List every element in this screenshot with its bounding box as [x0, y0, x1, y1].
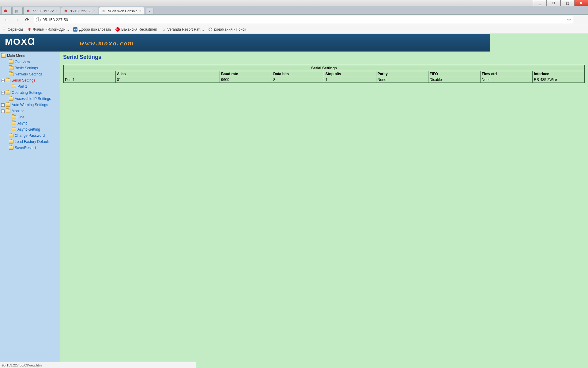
site-info-icon[interactable]: i	[36, 17, 41, 22]
folder-icon	[1, 54, 6, 58]
sidebar-item-auto-warning[interactable]: + Auto Warning Settings	[1, 102, 59, 108]
tree-collapse-icon[interactable]: −	[1, 109, 5, 113]
tab-close-icon[interactable]: ×	[55, 9, 58, 13]
sidebar-item-async[interactable]: Async	[1, 120, 59, 126]
folder-icon	[9, 140, 13, 144]
bookmark-item[interactable]: вкДобро пожаловать	[73, 27, 111, 32]
tree-label: Line	[17, 115, 24, 119]
table-row[interactable]: Port 1 01 9600 8 1 None Disable None RS-…	[63, 77, 585, 83]
folder-icon	[6, 91, 10, 94]
table-cell-baud: 9600	[220, 77, 272, 83]
sidebar-item-operating-settings[interactable]: + Operating Settings	[1, 90, 59, 96]
tab-title: 77.108.19.172	[32, 9, 54, 13]
sidebar-item-port-1[interactable]: Port 1	[1, 83, 59, 90]
browser-menu-button[interactable]: ⋮	[576, 17, 586, 23]
reload-button[interactable]: ⟳	[23, 16, 31, 24]
window-restore-button[interactable]	[547, 0, 560, 6]
favicon-icon	[26, 9, 30, 13]
tree-label: Port 1	[17, 84, 27, 89]
serial-settings-table: Serial Settings Alias Baud rate Data bit…	[63, 65, 585, 83]
url-text: 95.153.227.50	[43, 17, 565, 22]
tab-close-icon[interactable]: ×	[139, 9, 141, 13]
tree-label: Change Password	[15, 133, 45, 138]
table-header: FIFO	[428, 71, 480, 77]
sidebar-item-save-restart[interactable]: Save/Restart	[1, 145, 59, 151]
forward-button[interactable]: →	[13, 16, 20, 24]
new-tab-button[interactable]	[146, 8, 153, 14]
bookmark-star-icon[interactable]: ☆	[567, 17, 571, 23]
bookmark-item[interactable]: Сервисы	[2, 27, 23, 32]
sidebar-item-network-settings[interactable]: Network Settings	[1, 71, 59, 77]
sidebar-item-load-factory-default[interactable]: Load Factory Default	[1, 139, 59, 145]
browser-tab[interactable]	[12, 7, 23, 14]
sidebar-item-basic-settings[interactable]: Basic Settings	[1, 65, 59, 71]
folder-icon	[9, 134, 13, 137]
sidebar-item-line[interactable]: Line	[1, 114, 59, 120]
table-cell-parity: None	[376, 77, 428, 83]
bookmark-favicon-icon	[27, 27, 32, 32]
browser-tab[interactable]: 95.153.227.50 ×	[61, 7, 98, 14]
tree-spacer	[4, 73, 8, 76]
tree-label: Auto Warning Settings	[12, 103, 48, 107]
sidebar-item-change-password[interactable]: Change Password	[1, 132, 59, 139]
bookmark-label: Добро пожаловать	[79, 27, 111, 32]
window-maximize-button[interactable]	[560, 0, 574, 6]
bookmark-label: Сервисы	[8, 27, 23, 32]
tab-close-icon[interactable]: ×	[93, 9, 96, 13]
bookmark-item[interactable]: Veranda Resort Patt…	[161, 27, 204, 32]
folder-icon	[9, 97, 13, 101]
table-cell-flowctrl: None	[481, 77, 533, 83]
table-header-row: Alias Baud rate Data bits Stop bits Pari…	[63, 71, 585, 77]
tree-expand-icon[interactable]: +	[1, 103, 5, 107]
tree-label: Async-Setting	[17, 127, 40, 132]
bookmark-item[interactable]: киномания - Поиск	[208, 27, 246, 32]
sidebar-item-monitor[interactable]: − Monitor	[1, 108, 59, 114]
back-button[interactable]: ←	[2, 16, 10, 24]
bookmark-label: Вакансия Recruitmen	[121, 27, 157, 32]
bookmark-favicon-icon: hh	[115, 27, 120, 32]
sidebar-item-accessible-ip[interactable]: Accessible IP Settings	[1, 96, 59, 102]
tree-label: Main Menu	[7, 54, 25, 58]
table-header: Parity	[376, 71, 428, 77]
tree-label: Accessible IP Settings	[15, 97, 51, 101]
browser-tab[interactable]: 77.108.19.172 ×	[23, 7, 60, 14]
status-bar: 95.153.227.50/03View.htm	[0, 362, 196, 368]
sidebar-item-serial-settings[interactable]: − Serial Settings	[1, 77, 59, 83]
tree-collapse-icon[interactable]: −	[1, 79, 5, 82]
tree-expand-icon[interactable]: +	[1, 91, 5, 94]
table-cell-stopbits: 1	[324, 77, 376, 83]
bookmark-label: Фильм «Изгой-Оди…	[33, 27, 69, 32]
page-viewport: MOXⱭ www.moxa.com Main Menu Overview Bas…	[0, 34, 588, 368]
favicon-icon	[3, 9, 8, 13]
bookmark-favicon-icon	[208, 27, 213, 32]
folder-open-icon	[6, 109, 10, 113]
bookmark-item[interactable]: hhВакансия Recruitmen	[115, 27, 157, 32]
folder-icon	[12, 128, 16, 131]
bookmark-favicon-icon: вк	[73, 27, 77, 32]
browser-tab-active[interactable]: NPort Web Console ×	[99, 7, 144, 14]
address-bar[interactable]: i 95.153.227.50 ☆	[34, 16, 573, 24]
tree-label: Network Settings	[15, 72, 43, 76]
window-minimize-button[interactable]	[533, 0, 547, 6]
tree-spacer	[4, 67, 8, 70]
table-header: Alias	[115, 71, 220, 77]
browser-tabs: 77.108.19.172 × 95.153.227.50 × NPort We…	[0, 6, 588, 15]
tab-title: NPort Web Console	[108, 9, 138, 13]
tree-label: Save/Restart	[15, 146, 36, 150]
sidebar-item-overview[interactable]: Overview	[1, 59, 59, 65]
table-cell-fifo: Disable	[428, 77, 480, 83]
browser-tab[interactable]	[1, 7, 12, 14]
window-controls	[533, 0, 588, 6]
tree-spacer	[4, 97, 8, 101]
tree-label: Basic Settings	[15, 66, 38, 70]
window-close-button[interactable]	[574, 0, 588, 6]
table-cell-port: Port 1	[63, 77, 115, 83]
tree-label: Operating Settings	[12, 90, 42, 95]
brand-url: www.moxa.com	[80, 39, 134, 47]
status-text: 95.153.227.50/03View.htm	[2, 363, 42, 367]
banner: MOXⱭ www.moxa.com	[0, 34, 490, 52]
bookmarks-bar: Сервисы Фильм «Изгой-Оди… вкДобро пожало…	[0, 25, 588, 34]
sidebar-item-async-setting[interactable]: Async-Setting	[1, 126, 59, 132]
tree-root[interactable]: Main Menu	[1, 53, 59, 59]
bookmark-item[interactable]: Фильм «Изгой-Оди…	[27, 27, 69, 32]
